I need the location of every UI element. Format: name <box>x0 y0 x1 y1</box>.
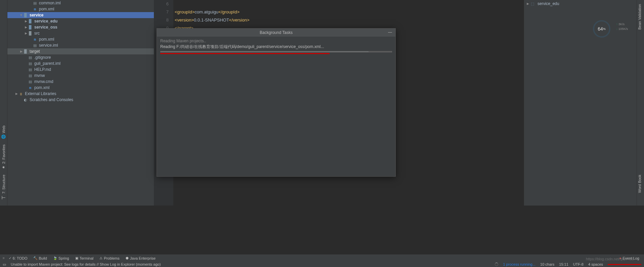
red-highlight <box>160 53 330 54</box>
rail-bean-validation[interactable]: Bean Validation <box>637 1 642 32</box>
folder-icon: ▉ <box>23 13 28 17</box>
warning-icon: ⚠ <box>99 256 102 260</box>
minimize-button[interactable]: — <box>387 30 393 35</box>
left-tool-rail: 🌐Web ★2: Favorites 𝍮7: Structure <box>0 0 7 206</box>
module-icon: ⬚ <box>531 2 536 6</box>
file-icon: ▤ <box>32 1 38 5</box>
chevron-right-icon: ▶ <box>15 92 18 95</box>
rail-web[interactable]: 🌐Web <box>0 123 7 141</box>
status-chars: 10 chars <box>540 262 554 266</box>
tree-item-pom1[interactable]: mpom.xml <box>7 6 154 12</box>
tree-item-target[interactable]: ▶▉target <box>7 48 154 54</box>
tool-build[interactable]: 🔨Build <box>31 256 49 261</box>
dialog-titlebar[interactable]: Background Tasks — <box>157 29 395 37</box>
tree-item-mvnw-cmd[interactable]: ▤mvnw.cmd <box>7 79 154 85</box>
scratches-icon: ◐ <box>23 98 28 102</box>
tree-item-ext-lib[interactable]: ▶⫼External Libraries <box>7 91 154 97</box>
maven-icon: m <box>32 37 38 42</box>
tree-item-pom3[interactable]: mpom.xml <box>7 85 154 91</box>
tree-item-src[interactable]: ▶▉src <box>7 30 154 36</box>
status-encoding[interactable]: UTF-8 <box>573 262 584 266</box>
process-running-link[interactable]: 1 process running... <box>503 262 535 266</box>
java-icon: ⬢ <box>126 256 129 260</box>
watermark: https://blog.csdn.net/qxz7456 <box>586 257 634 261</box>
chevron-right-icon: ▶ <box>527 2 531 5</box>
red-bar <box>608 264 641 265</box>
file-icon: ▤ <box>28 61 33 66</box>
tree-item-scratches[interactable]: ◐Scratches and Consoles <box>7 97 154 103</box>
file-icon: ▤ <box>32 43 38 48</box>
project-tree[interactable]: ▤common.iml mpom.xml ▼▉service ▶▉service… <box>7 0 154 206</box>
rail-word-book[interactable]: Word Book <box>637 172 642 195</box>
status-message[interactable]: Unable to import Maven project: See logs… <box>11 262 161 266</box>
tool-todo[interactable]: ✓6: TODO <box>7 256 30 261</box>
star-icon: ★ <box>1 166 6 169</box>
tree-item-service-edu[interactable]: ▶▉service_edu <box>7 18 154 24</box>
folder-icon: ▉ <box>28 31 33 36</box>
status-icon: ▭ <box>3 262 6 267</box>
chevron-right-icon: ▶ <box>24 32 28 35</box>
maven-icon: m <box>28 86 33 90</box>
rail-structure[interactable]: 𝍮7: Structure <box>0 172 7 203</box>
chevron-right-icon: ▶ <box>24 26 28 29</box>
terminal-icon: ▣ <box>75 256 78 260</box>
chevron-right-icon: ▶ <box>19 50 23 53</box>
hammer-icon: 🔨 <box>33 256 37 260</box>
tree-item-pom2[interactable]: mpom.xml <box>7 36 154 42</box>
spring-icon: 🍃 <box>53 256 57 260</box>
file-icon: ▤ <box>28 80 33 84</box>
tool-terminal[interactable]: ▣Terminal <box>73 256 96 261</box>
task-name: Reading Maven projects.. <box>160 39 392 43</box>
globe-icon: 🌐 <box>1 134 6 139</box>
folder-icon: ▉ <box>23 49 28 54</box>
file-icon: ▤ <box>28 74 33 78</box>
status-indent[interactable]: 4 spaces <box>588 262 603 266</box>
file-icon: ▤ <box>28 55 33 60</box>
library-icon: ⫼ <box>18 92 24 96</box>
tree-item-gitignore[interactable]: ▤.gitignore <box>7 54 154 60</box>
right-tool-rail: Bean Validation Word Book <box>637 0 644 206</box>
chevron-down-icon: ▼ <box>19 13 23 17</box>
tree-item-guli-parent[interactable]: ▤guli_parent.iml <box>7 60 154 66</box>
tool-spring[interactable]: 🍃Spring <box>51 256 71 261</box>
structure-icon: 𝍮 <box>1 196 6 199</box>
tree-item-service-oss[interactable]: ▶▉service_oss <box>7 24 154 30</box>
network-speeds: 3K/s 105K/s <box>616 22 628 31</box>
tools-icon: ≡ <box>3 256 5 260</box>
check-icon: ✓ <box>9 256 11 260</box>
folder-icon: ▉ <box>28 19 33 24</box>
tree-item-service[interactable]: ▼▉service <box>7 12 154 18</box>
progress-bar <box>160 51 392 52</box>
status-caret-pos[interactable]: 15:11 <box>559 262 568 266</box>
bottom-tool-bar: ≡ ✓6: TODO 🔨Build 🍃Spring ▣Terminal ⚠Pro… <box>0 254 644 262</box>
task-detail: Reading F:/尚硅谷/在线教育项目/后端代码/demo/guli_par… <box>160 44 392 50</box>
maven-icon: m <box>32 7 38 11</box>
spinner-icon <box>495 263 498 266</box>
maven-item-service-edu[interactable]: ▶ ⬚ service_edu <box>524 0 644 7</box>
network-gauge: 64% <box>593 20 610 38</box>
markdown-icon: ▤ <box>28 68 33 72</box>
rail-favorites[interactable]: ★2: Favorites <box>0 142 7 172</box>
tree-item-help[interactable]: ▤HELP.md <box>7 66 154 73</box>
maven-panel: ▶ ⬚ service_edu 64% 3K/s 105K/s <box>524 0 644 206</box>
background-tasks-dialog: Background Tasks — Reading Maven project… <box>157 28 396 177</box>
chevron-right-icon: ▶ <box>24 19 28 23</box>
folder-icon: ▉ <box>28 25 33 30</box>
status-bar: ▭ Unable to import Maven project: See lo… <box>0 262 644 267</box>
tool-problems[interactable]: ⚠Problems <box>97 256 121 261</box>
tree-item-common-iml[interactable]: ▤common.iml <box>7 0 154 6</box>
tree-item-mvnw[interactable]: ▤mvnw <box>7 73 154 79</box>
tree-item-service-iml[interactable]: ▤service.iml <box>7 42 154 48</box>
tool-java-ee[interactable]: ⬢Java Enterprise <box>124 256 158 261</box>
